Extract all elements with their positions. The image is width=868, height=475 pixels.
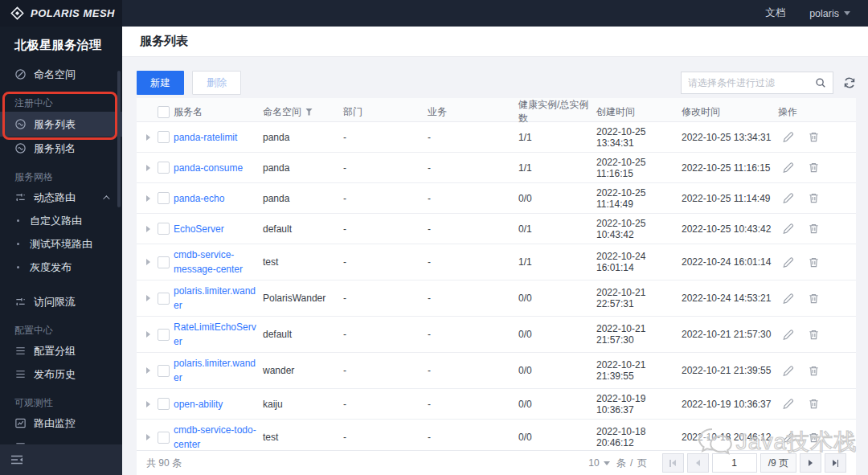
namespace-cell: test — [263, 256, 343, 268]
sidebar-section-label: 注册中心 — [0, 94, 122, 112]
sidebar-item[interactable]: 服务别名 — [0, 137, 122, 160]
filter-funnel-icon[interactable] — [305, 109, 313, 116]
edit-pencil-icon[interactable] — [782, 162, 794, 174]
row-checkbox[interactable] — [158, 398, 170, 410]
row-checkbox[interactable] — [158, 293, 170, 305]
expand-caret-icon[interactable] — [146, 434, 150, 440]
doc-link[interactable]: 文档 — [765, 6, 785, 20]
service-row: polaris.limiter.wanderwander--0/02022-10… — [137, 353, 856, 389]
business-cell: - — [428, 365, 518, 376]
sidebar-subitem[interactable]: 自定义路由 — [0, 209, 122, 232]
row-checkbox[interactable] — [158, 131, 170, 143]
sidebar-subitem[interactable]: 灰度发布 — [0, 256, 122, 279]
expand-caret-icon[interactable] — [146, 259, 150, 265]
search-input[interactable] — [688, 77, 815, 88]
page-size-select[interactable]: 10 — [588, 457, 609, 469]
sidebar-item[interactable]: 配置分组 — [0, 339, 122, 362]
created-time-cell: 2022-10-21 21:39:55 — [596, 359, 682, 382]
edit-pencil-icon[interactable] — [782, 365, 794, 377]
delete-trash-icon[interactable] — [808, 256, 820, 268]
namespace-cell: panda — [263, 193, 343, 204]
sidebar-subitem[interactable]: 测试环境路由 — [0, 232, 122, 256]
edit-pencil-icon[interactable] — [782, 192, 794, 204]
column-header[interactable]: 命名空间 — [263, 105, 343, 119]
expand-caret-icon[interactable] — [146, 134, 150, 141]
delete-trash-icon[interactable] — [808, 293, 820, 305]
refresh-button[interactable] — [843, 76, 856, 89]
row-checkbox[interactable] — [158, 256, 170, 268]
edit-pencil-icon[interactable] — [782, 256, 794, 268]
bullet-dot-icon — [17, 219, 19, 222]
service-name-link[interactable]: polaris.limiter.wander — [174, 284, 263, 313]
delete-trash-icon[interactable] — [808, 192, 820, 204]
service-table-card: 服务名命名空间部门业务健康实例/总实例数创建时间修改时间操作 panda-rat… — [137, 98, 856, 475]
edit-pencil-icon[interactable] — [782, 432, 794, 444]
page-title: 服务列表 — [140, 34, 188, 49]
health-cell: 0/0 — [518, 193, 596, 204]
sidebar-item[interactable]: 路由监控 — [0, 412, 122, 435]
edit-pencil-icon[interactable] — [782, 223, 794, 235]
sidebar-collapse-button[interactable] — [0, 444, 122, 475]
last-page-button[interactable] — [825, 453, 846, 473]
edit-pencil-icon[interactable] — [782, 329, 794, 341]
row-checkbox[interactable] — [158, 365, 170, 377]
current-page-input[interactable] — [712, 453, 757, 473]
delete-trash-icon[interactable] — [808, 398, 820, 410]
prev-page-button[interactable] — [687, 453, 709, 473]
created-time-cell: 2022-10-25 11:16:15 — [596, 157, 682, 179]
user-menu[interactable]: polaris — [809, 8, 850, 19]
next-page-button[interactable] — [800, 453, 821, 473]
service-name-link[interactable]: EchoServer — [174, 222, 263, 236]
sliders-icon — [14, 296, 27, 308]
expand-caret-icon[interactable] — [146, 195, 150, 202]
page-size-value: 10 — [588, 457, 599, 469]
expand-caret-icon[interactable] — [146, 165, 150, 171]
edit-pencil-icon[interactable] — [782, 398, 794, 410]
delete-trash-icon[interactable] — [808, 329, 820, 341]
sidebar-scrollbar[interactable] — [117, 71, 121, 207]
edit-pencil-icon[interactable] — [782, 131, 794, 143]
expand-caret-icon[interactable] — [146, 226, 150, 232]
service-name-link[interactable]: polaris.limiter.wander — [174, 356, 263, 385]
sidebar-item[interactable]: 服务列表 — [0, 112, 122, 137]
service-name-link[interactable]: panda-ratelimit — [174, 130, 263, 145]
modified-time-cell: 2022-10-21 21:57:30 — [682, 329, 778, 340]
delete-trash-icon[interactable] — [808, 365, 820, 377]
delete-trash-icon[interactable] — [808, 432, 820, 444]
delete-trash-icon[interactable] — [808, 131, 820, 143]
sidebar-item[interactable]: 动态路由 — [0, 186, 122, 209]
select-all-checkbox[interactable] — [158, 106, 170, 118]
service-name-link[interactable]: RateLimitEchoServer — [174, 320, 263, 349]
first-page-button[interactable] — [662, 453, 684, 473]
sidebar-item[interactable]: 访问限流 — [0, 290, 122, 313]
expand-caret-icon[interactable] — [146, 367, 150, 374]
business-cell: - — [428, 193, 518, 204]
sidebar-item[interactable]: 发布历史 — [0, 362, 122, 386]
delete-trash-icon[interactable] — [808, 223, 820, 235]
service-name-link[interactable]: panda-echo — [174, 191, 263, 206]
column-header: 创建时间 — [596, 105, 682, 119]
expand-caret-icon[interactable] — [146, 331, 150, 338]
search-icon[interactable] — [815, 77, 826, 88]
create-button[interactable]: 新建 — [137, 71, 184, 95]
expand-caret-icon[interactable] — [146, 401, 150, 407]
sidebar-item[interactable]: 命名空间 — [0, 63, 122, 86]
delete-trash-icon[interactable] — [808, 162, 820, 174]
modified-time-cell: 2022-10-19 10:36:37 — [682, 399, 778, 410]
row-actions — [778, 223, 856, 235]
delete-button[interactable]: 删除 — [192, 71, 241, 95]
edit-pencil-icon[interactable] — [782, 293, 794, 305]
row-checkbox[interactable] — [158, 192, 170, 204]
service-name-link[interactable]: cmdb-service-message-center — [174, 248, 263, 276]
sidebar-section-label: 可观测性 — [0, 394, 122, 412]
service-name-link[interactable]: cmdb-service-todo-center — [174, 423, 263, 450]
expand-caret-icon[interactable] — [146, 295, 150, 301]
row-checkbox[interactable] — [158, 162, 170, 174]
row-checkbox[interactable] — [158, 223, 170, 235]
column-header-label: 部门 — [343, 105, 362, 119]
service-name-link[interactable]: open-ability — [174, 397, 263, 412]
row-actions — [778, 432, 856, 444]
row-checkbox[interactable] — [158, 432, 170, 444]
row-checkbox[interactable] — [158, 329, 170, 341]
service-name-link[interactable]: panda-consume — [174, 161, 263, 175]
